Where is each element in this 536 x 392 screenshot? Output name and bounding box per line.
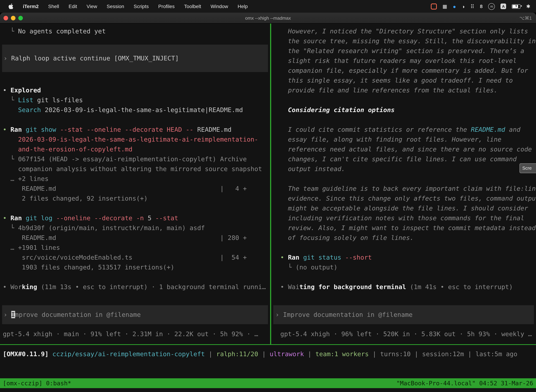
terminal-line: changes, I can't cite specific file line… — [280, 154, 536, 164]
terminal-line: However, I noticed the "Directory Struct… — [280, 26, 536, 36]
tmux-host-clock-label: "MacBook-Pro-44.local" 04:52 31-Mar-26 — [396, 378, 536, 388]
screen-recording-indicator-icon[interactable] — [431, 3, 437, 9]
keyboard-icon[interactable]: ▦ — [442, 4, 447, 9]
terminal-line: … +2 lines — [3, 174, 270, 184]
window-title-bar: omx --xhigh --madmax ⌥⌘1 — [0, 13, 536, 23]
terminal-line: the source tree, missing the essay. Stil… — [280, 36, 536, 46]
terminal-line: of focusing solely on file lines. — [280, 233, 536, 243]
menu-item-shell[interactable]: Shell — [48, 4, 59, 9]
input-source-icon[interactable]: A — [501, 4, 506, 9]
battery-icon[interactable] — [512, 4, 521, 9]
terminal-line: including verification notes with those … — [280, 213, 536, 223]
terminal-window: omx --xhigh --madmax ⌥⌘1 └ No agents com… — [0, 13, 536, 392]
terminal-line — [3, 203, 270, 213]
window-shortcut-hint: ⌥⌘1 — [519, 15, 536, 21]
terminal-line: › Ralph loop active continue [OMX_TMUX_I… — [4, 53, 179, 63]
terminal-line: might be acceptable alongside the file l… — [280, 203, 536, 213]
screen-tooltip: Scre — [519, 163, 536, 173]
status-separator-line — [0, 344, 536, 345]
terminal-line: 2026-03-09-is-legal-the-same-as-legitima… — [3, 135, 270, 144]
menu-bar-status-area: ▦ ● ◑ ⠿ 8 .61 A ✱ — [431, 3, 536, 10]
dark-app-icon[interactable]: ◑ — [462, 4, 465, 9]
terminal-line: the "Related research writing" section i… — [280, 46, 536, 56]
terminal-line: • Ran git show --stat --oneline --decora… — [3, 125, 270, 135]
menu-item-scripts[interactable]: Scripts — [134, 4, 149, 9]
terminal-line: this single essay, it seems like a good … — [280, 75, 536, 85]
right-pane-status-line: gpt-5.4 xhigh · 96% left · 520K in · 5.8… — [280, 329, 536, 339]
terminal-line: output instead. — [280, 164, 536, 174]
menu-items: iTerm2ShellEditViewSessionScriptsProfile… — [23, 4, 248, 9]
terminal-line: 1903 files changed, 513517 insertions(+) — [3, 262, 270, 272]
terminal-line: companion analysis without altering the … — [3, 164, 270, 174]
terminal-line: Considering citation options — [280, 105, 536, 115]
terminal-line: I could cite commit statistics or refere… — [280, 125, 536, 135]
terminal-line: src/voice/voiceModeEnabled.ts | 54 + — [3, 252, 270, 262]
terminal-line — [3, 115, 270, 125]
terminal-content: └ No agents completed yet › Ralph loop a… — [0, 23, 536, 392]
terminal-pane-left: └ No agents completed yet › Ralph loop a… — [0, 23, 270, 344]
apple-menu-icon[interactable] — [9, 4, 13, 9]
terminal-line: › Improve documentation in @filename — [4, 310, 141, 320]
menu-item-help[interactable]: Help — [238, 4, 248, 9]
macos-menu-bar: iTerm2ShellEditViewSessionScriptsProfile… — [0, 0, 536, 13]
screen: iTerm2ShellEditViewSessionScriptsProfile… — [0, 0, 536, 392]
terminal-line: essay file, along with finding root file… — [280, 135, 536, 144]
menu-item-iterm2[interactable]: iTerm2 — [23, 4, 39, 9]
terminal-line — [280, 115, 536, 125]
terminal-line: Search 2026-03-09-is-legal-the-same-as-l… — [3, 105, 270, 115]
battery-gauge-icon[interactable]: .61 — [488, 3, 495, 10]
close-button[interactable] — [4, 16, 8, 20]
terminal-pane-right: However, I noticed the "Directory Struct… — [271, 23, 536, 344]
terminal-line: └ List git ls-files — [3, 95, 270, 105]
terminal-line: └ (no output) — [280, 262, 536, 272]
terminal-line — [280, 272, 536, 282]
terminal-line — [280, 243, 536, 252]
menu-item-view[interactable]: View — [86, 4, 97, 9]
terminal-line — [280, 95, 536, 105]
prompt-input-right[interactable]: › Improve documentation in @filename — [273, 305, 534, 324]
terminal-line: └ 4b9d30f (origin/main, instructkr/main,… — [3, 223, 270, 233]
terminal-line: review. Also, I might want to inspect th… — [280, 223, 536, 233]
terminal-line: references need actual files, and since … — [280, 144, 536, 154]
menu-item-window[interactable]: Window — [211, 4, 228, 9]
terminal-line: › Improve documentation in @filename — [275, 310, 412, 320]
right-pane-transcript: However, I noticed the "Directory Struct… — [280, 26, 536, 292]
terminal-line: README.md | 280 + — [3, 233, 270, 243]
terminal-line: • Waiting for background terminal (1m 41… — [280, 282, 536, 292]
prompt-input-left[interactable]: › Improve documentation in @filename — [2, 305, 268, 324]
key-8-icon[interactable]: 8 — [480, 4, 483, 9]
omx-status-bar: [OMX#0.11.9] cczip/essay/ai-reimplementa… — [3, 349, 536, 359]
terminal-line: The team guideline is to back every impo… — [280, 184, 536, 194]
terminal-line: • Working (11m 13s • esc to interrupt) ·… — [3, 282, 270, 292]
left-pane-transcript: • Explored └ List git ls-files Search 20… — [3, 85, 270, 292]
left-pane-status-line: gpt-5.4 xhigh · main · 91% left · 2.31M … — [3, 329, 270, 339]
terminal-line: └ No agents completed yet — [3, 26, 270, 36]
terminal-line: provide file and line references from th… — [280, 85, 536, 95]
ralph-loop-banner: › Ralph loop active continue [OMX_TMUX_I… — [2, 45, 268, 72]
terminal-line: README.md | 4 + — [3, 184, 270, 194]
tmux-status-bar: [omx-cczip] 0:bash* "MacBook-Pro-44.loca… — [0, 378, 536, 388]
terminal-line — [3, 272, 270, 282]
fan-icon[interactable]: ✱ — [526, 4, 530, 9]
terminal-line: … +1901 lines — [3, 243, 270, 252]
terminal-line: slight risk that future readers may over… — [280, 56, 536, 66]
terminal-line: • Explored — [3, 85, 270, 95]
terminal-line: [OMX#0.11.9] cczip/essay/ai-reimplementa… — [3, 349, 536, 359]
zoom-button[interactable] — [18, 16, 23, 20]
minimize-button[interactable] — [11, 16, 15, 20]
terminal-line — [280, 174, 536, 184]
terminal-line: evidence. Since this change only affects… — [280, 194, 536, 203]
tmux-session-label: [omx-cczip] 0:bash* — [0, 378, 71, 388]
window-title: omx --xhigh --madmax — [0, 15, 536, 21]
terminal-line: └ 067f154 (HEAD -> essay/ai-reimplementa… — [3, 154, 270, 164]
blue-app-icon[interactable]: ● — [453, 4, 456, 9]
menu-item-session[interactable]: Session — [107, 4, 124, 9]
menu-item-profiles[interactable]: Profiles — [158, 4, 175, 9]
terminal-line: 2 files changed, 92 insertions(+) — [3, 194, 270, 203]
dots-grid-icon[interactable]: ⠿ — [470, 4, 474, 9]
menu-item-toolbelt[interactable]: Toolbelt — [184, 4, 201, 9]
terminal-line: and-the-erosion-of-copyleft.md — [3, 144, 270, 154]
menu-item-edit[interactable]: Edit — [69, 4, 77, 9]
left-pane-pre-lines: └ No agents completed yet — [3, 26, 270, 36]
terminal-line: companion file, especially if more comme… — [280, 66, 536, 75]
